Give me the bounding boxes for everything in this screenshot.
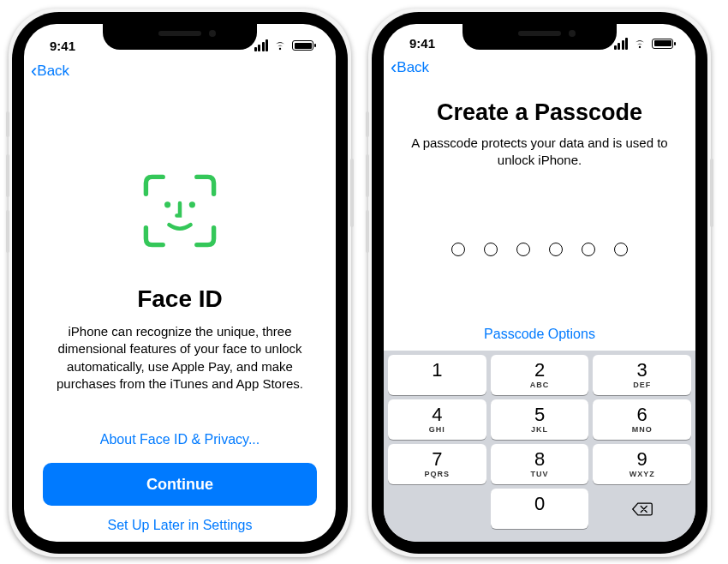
passcode-options-link[interactable]: Passcode Options — [384, 327, 695, 342]
notch — [103, 24, 257, 50]
wifi-icon — [273, 40, 287, 51]
key-1[interactable]: 1 — [388, 355, 486, 395]
passcode-dot — [484, 243, 498, 256]
status-time: 9:41 — [403, 36, 435, 51]
key-blank — [388, 489, 486, 529]
battery-icon — [292, 40, 313, 51]
key-6[interactable]: 6MNO — [593, 399, 691, 440]
page-description: iPhone can recognize the unique, three d… — [43, 323, 317, 393]
back-button[interactable]: ‹ Back — [391, 58, 429, 77]
about-faceid-link[interactable]: About Face ID & Privacy... — [100, 432, 260, 447]
key-2[interactable]: 2ABC — [491, 355, 589, 395]
svg-point-0 — [164, 201, 170, 207]
faceid-icon — [141, 172, 218, 249]
phone-faceid: 9:41 ‹ Back — [9, 9, 351, 557]
passcode-dot — [451, 243, 465, 256]
key-8[interactable]: 8TUV — [491, 444, 589, 484]
setup-later-link[interactable]: Set Up Later in Settings — [108, 518, 253, 533]
passcode-dot — [614, 243, 628, 256]
back-button[interactable]: ‹ Back — [31, 62, 69, 81]
page-title: Create a Passcode — [406, 99, 673, 126]
key-3[interactable]: 3DEF — [593, 355, 691, 395]
key-4[interactable]: 4GHI — [388, 399, 486, 440]
passcode-dot — [549, 243, 563, 256]
key-7[interactable]: 7PQRS — [388, 444, 486, 484]
backspace-icon — [631, 501, 653, 517]
passcode-dots — [406, 243, 673, 256]
chevron-left-icon: ‹ — [31, 62, 37, 81]
phone-passcode: 9:41 ‹ Back Create a Passcode A passcode… — [368, 9, 711, 557]
cellular-icon — [614, 38, 629, 50]
passcode-dot — [582, 243, 595, 256]
svg-point-1 — [189, 201, 195, 207]
chevron-left-icon: ‹ — [391, 58, 397, 77]
key-5[interactable]: 5JKL — [491, 399, 589, 440]
key-delete[interactable] — [593, 489, 691, 529]
notch — [462, 24, 617, 50]
page-description: A passcode protects your data and is use… — [406, 135, 673, 170]
cellular-icon — [254, 39, 269, 51]
page-title: Face ID — [137, 285, 223, 313]
status-time: 9:41 — [43, 39, 75, 53]
battery-icon — [652, 39, 673, 49]
numeric-keypad: 1 2ABC 3DEF 4GHI 5JKL 6MNO 7PQRS 8TUV 9W… — [384, 351, 695, 542]
key-0[interactable]: 0 — [491, 489, 589, 529]
wifi-icon — [633, 39, 647, 49]
nav-bar: ‹ Back — [384, 55, 695, 84]
nav-bar: ‹ Back — [24, 58, 336, 87]
back-label: Back — [397, 59, 429, 76]
back-label: Back — [37, 63, 69, 80]
key-9[interactable]: 9WXYZ — [593, 444, 691, 484]
continue-button[interactable]: Continue — [43, 463, 317, 506]
passcode-dot — [516, 243, 530, 256]
